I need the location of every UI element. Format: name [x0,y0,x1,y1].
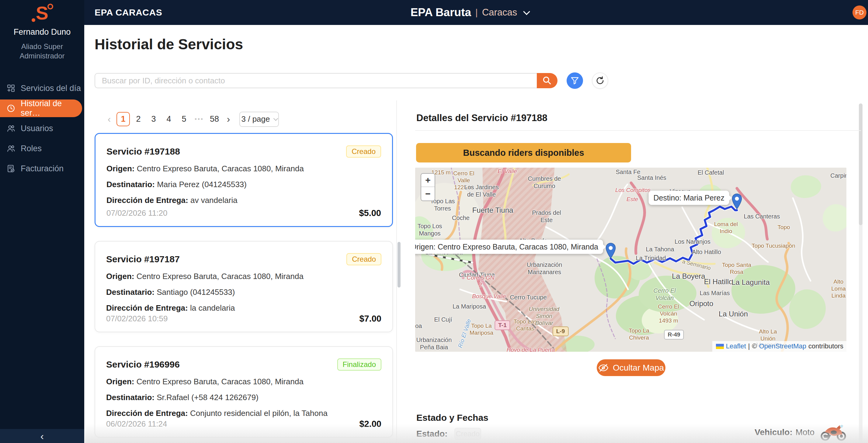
location-subtitle: Caracas [482,7,517,18]
app-logo: S [0,4,84,23]
sidebar-item-roles[interactable]: Roles [0,140,84,157]
details-divider [415,130,861,131]
origin-marker-icon[interactable] [606,243,616,259]
app-root: EPA CARACAS EPA Baruta | Caracas FD S Fe… [0,0,868,443]
estado-badge: Creado [454,428,481,440]
zoom-in-button[interactable]: + [421,174,435,187]
sidebar-collapse-button[interactable]: ‹ [0,429,84,443]
service-address: Dirección de Entrega: av vandelaria [106,196,381,205]
route-polyline [415,168,846,352]
panel-scrollbar-thumb[interactable] [859,104,863,225]
vehicle-value: Moto [796,427,814,437]
search-input[interactable] [95,73,537,88]
service-card[interactable]: Servicio #197187CreadoOrigen: Centro Exp… [95,241,393,332]
pagination-page-2[interactable]: 2 [132,112,145,126]
sidebar-item-label: Servicios del día [21,84,81,93]
attribution-contributors: contributors [808,342,843,350]
zoom-out-button[interactable]: − [421,187,435,201]
vehicle-row: Vehiculo: Moto [754,423,847,441]
page-size-value: 3 / page [242,114,270,124]
refresh-icon [595,76,605,86]
hide-map-label: Ocultar Mapa [613,363,664,373]
sidebar-item-facturaci-n[interactable]: Facturación [0,160,84,177]
status-dates-heading: Estado y Fechas [416,413,489,423]
invoice-icon [7,164,15,173]
sidebar-nav: Servicios del díaHistorial de ser…Usuari… [0,80,84,177]
topbar: EPA CARACAS EPA Baruta | Caracas FD [0,0,868,25]
attribution-separator: | [748,342,750,350]
grid-icon [7,84,15,92]
service-title: Servicio #197188 [106,146,180,157]
column-divider [396,100,397,443]
vehicle-label: Vehiculo: [754,427,792,437]
estado-row: Estado: Creado [416,428,481,440]
map[interactable]: 1215 mCerro El Valle 1225 mEl ValleLos J… [415,168,846,352]
pagination-prev[interactable]: ‹ [104,112,115,126]
service-date: 07/02/2026 11:20 [106,208,167,218]
details-title: Detalles del Servicio #197188 [416,113,548,123]
map-zoom-control: + − [421,173,435,201]
service-origin: Origen: Centro Expreso Baruta, Caracas 1… [106,272,381,281]
status-badge: Creado [346,145,381,157]
location-switcher[interactable]: EPA Baruta | Caracas [411,0,528,25]
search-button[interactable] [537,73,557,88]
user-name: Fernando Duno [0,27,84,37]
ukraine-flag-icon [716,344,724,349]
sidebar-item-label: Facturación [21,164,64,173]
chevron-down-icon [273,116,278,121]
pagination-page-3[interactable]: 3 [147,112,160,126]
service-recipient: Destinatario: Maria Perez (041245533) [106,180,381,189]
sidebar-item-servicios-del-d-a[interactable]: Servicios del día [0,80,84,97]
estado-label: Estado: [416,429,448,439]
sidebar: S Fernando Duno Aliado Super Administrad… [0,0,84,443]
service-address: Dirección de Entrega: Conjunto residenci… [106,409,381,418]
collapse-icon: ‹ [40,430,44,442]
status-badge: Creado [346,253,381,265]
search-icon [542,76,552,86]
service-title: Servicio #197187 [106,254,180,264]
destination-marker-icon[interactable] [732,194,742,209]
map-attribution: Leaflet | © OpenStreetMap contributors [712,341,846,352]
service-date: 07/02/2026 10:59 [106,314,167,323]
leaflet-link[interactable]: Leaflet [726,342,746,350]
service-address: Dirección de Entrega: la candelaria [106,303,381,313]
page-size-select[interactable]: 3 / page [239,112,279,127]
service-card[interactable]: Servicio #197188CreadoOrigen: Centro Exp… [95,133,393,227]
attribution-copy: © [752,342,757,350]
hide-map-button[interactable]: Ocultar Mapa [597,359,665,376]
sidebar-item-label: Usuarios [21,124,53,133]
list-scrollbar[interactable] [398,242,401,288]
pagination-page-58[interactable]: 58 [208,112,221,126]
location-title: EPA Baruta [411,6,471,19]
sidebar-item-historial-de-ser-[interactable]: Historial de ser… [0,99,82,117]
org-brand: EPA CARACAS [95,7,162,18]
service-recipient: Destinatario: Sr.Rafael (+58 424 1262679… [106,393,381,402]
user-role: Aliado Super Administrador [0,42,84,61]
service-title: Servicio #196996 [106,359,180,370]
service-price: $5.00 [359,208,381,218]
refresh-button[interactable] [592,72,608,89]
service-origin: Origen: Centro Expreso Baruta, Caracas 1… [106,164,381,173]
sidebar-item-label: Roles [21,144,42,153]
pagination-next[interactable]: › [223,112,234,126]
service-card[interactable]: Servicio #196996FinalizadoOrigen: Centro… [95,346,393,438]
filter-icon [570,76,580,86]
motorcycle-icon [819,423,847,441]
pagination: ‹12345•••58›3 / page [104,111,279,127]
chevron-down-icon [523,8,530,15]
pagination-page-4[interactable]: 4 [162,112,176,126]
filter-button[interactable] [567,72,583,89]
service-price: $7.00 [359,314,381,324]
service-date: 06/02/2026 11:24 [106,419,167,429]
location-separator: | [475,7,478,18]
eye-slash-icon [598,363,609,373]
destination-tooltip: Destino: Maria Perez [649,191,729,205]
pagination-page-1[interactable]: 1 [117,112,130,126]
service-price: $2.00 [359,419,381,429]
osm-link[interactable]: OpenStreetMap [759,342,806,350]
pagination-page-5[interactable]: 5 [177,112,191,126]
users-icon [7,124,15,132]
sidebar-item-usuarios[interactable]: Usuarios [0,120,84,137]
service-origin: Origen: Centro Expreso Baruta, Caracas 1… [106,377,381,386]
avatar[interactable]: FD [852,5,866,20]
